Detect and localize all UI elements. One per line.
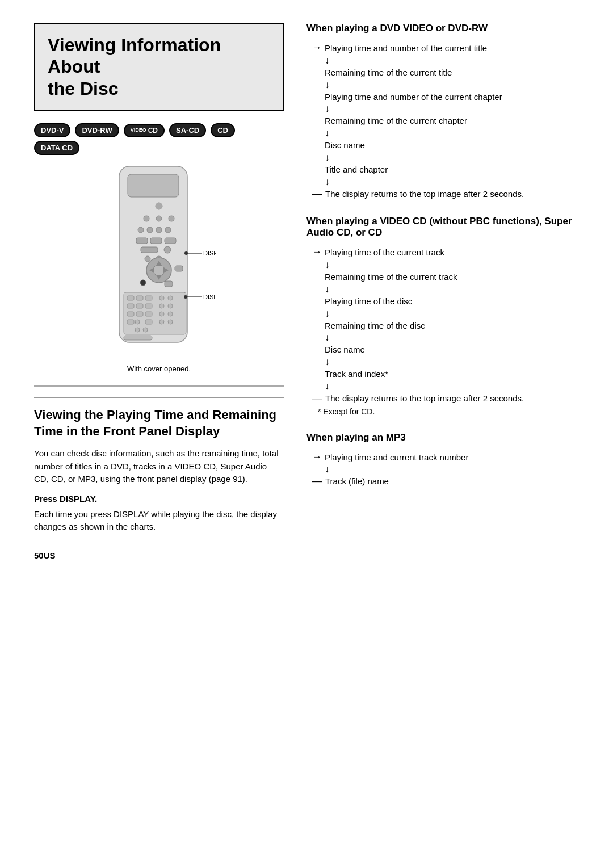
vc-flow-label-4: Remaining time of the disc (325, 320, 425, 332)
flow-label-5: Disc name (325, 139, 365, 152)
svg-point-18 (153, 265, 165, 276)
flow-row-6: → Title and chapter (312, 163, 579, 176)
svg-point-40 (159, 312, 164, 316)
vc-flow-label-3: Playing time of the disc (325, 295, 412, 308)
badge-dvdv: DVD-V (34, 123, 70, 137)
svg-rect-39 (145, 312, 152, 316)
title-box: Viewing Information About the Disc (34, 23, 284, 111)
arrow-down-2: ↓ (312, 80, 579, 90)
svg-rect-1 (128, 174, 179, 197)
svg-point-6 (138, 227, 144, 233)
video-cd-section: When playing a VIDEO CD (without PBC fun… (306, 216, 579, 416)
vc-flow-label-6: Track and index* (325, 368, 388, 380)
mp3-dash-icon: — (312, 476, 322, 487)
svg-point-15 (145, 256, 150, 262)
vc-dash-icon: — (312, 393, 322, 404)
badge-sacd: SA-CD (169, 123, 206, 137)
svg-rect-38 (136, 312, 143, 316)
arrow-down-6: ↓ (312, 177, 579, 187)
svg-point-41 (168, 312, 173, 316)
vc-flow-row-6: → Track and index* (312, 368, 579, 380)
svg-rect-33 (136, 304, 143, 308)
section2-title: Viewing the Playing Time and Remaining T… (34, 397, 284, 439)
disc-badges-2: DATA CD (34, 141, 284, 155)
svg-point-3 (144, 216, 149, 221)
badge-cd: CD (211, 123, 235, 137)
svg-point-45 (159, 320, 164, 324)
svg-rect-49 (124, 336, 152, 340)
page-layout: Viewing Information About the Disc DVD-V… (34, 23, 579, 560)
vc-flow-row-4: → Remaining time of the disc (312, 320, 579, 332)
dash-icon-1: — (312, 188, 322, 200)
vc-flow-label-1: Playing time of the current track (325, 246, 444, 259)
flow-label-6: Title and chapter (325, 163, 388, 176)
svg-point-36 (168, 304, 173, 308)
vc-flow-row-2: → Remaining time of the current track (312, 271, 579, 283)
video-cd-flow-chart: → Playing time of the current track ↓ → … (312, 246, 579, 416)
vc-flow-row-1: → Playing time of the current track (312, 246, 579, 259)
badge-datacd: DATA CD (34, 141, 79, 155)
flow-label-3: Playing time and number of the current c… (325, 91, 502, 103)
dvd-section-title: When playing a DVD VIDEO or DVD-RW (306, 23, 579, 34)
remote-area: DISPLAY DISPLAY (34, 165, 284, 360)
flow-row-4: → Remaining time of the current chapter (312, 115, 579, 127)
flow-footer-1: — The display returns to the top image a… (312, 188, 579, 200)
mp3-flow-footer: — Track (file) name (312, 475, 579, 488)
svg-text:DISPLAY: DISPLAY (203, 293, 216, 300)
svg-point-4 (156, 216, 162, 221)
svg-point-9 (165, 227, 171, 233)
arrow-down-4: ↓ (312, 128, 579, 138)
svg-rect-10 (136, 238, 148, 244)
vc-arrow-down-4: ↓ (312, 333, 579, 342)
vc-arrow-right-icon-1: → (312, 246, 325, 258)
mp3-flow-footer-label: Track (file) name (325, 475, 389, 488)
flow-label-2: Remaining time of the current title (325, 66, 452, 79)
svg-rect-37 (127, 312, 134, 316)
mp3-section: When playing an MP3 → Playing time and c… (306, 432, 579, 488)
flow-row-1: → Playing time and number of the current… (312, 42, 579, 54)
vc-arrow-down-2: ↓ (312, 284, 579, 294)
disc-badges: DVD-V DVD-RW VIDEOCD SA-CD CD (34, 123, 284, 137)
svg-point-7 (147, 227, 153, 233)
mp3-flow-chart: → Playing time and current track number … (312, 451, 579, 488)
mp3-flow-label-1: Playing time and current track number (325, 451, 468, 464)
svg-point-47 (135, 328, 140, 332)
mp3-section-title: When playing an MP3 (306, 432, 579, 443)
vc-flow-label-2: Remaining time of the current track (325, 271, 457, 283)
svg-point-54 (184, 251, 188, 255)
press-display-desc: Each time you press DISPLAY while playin… (34, 508, 284, 534)
vc-flow-footer-label: The display returns to the top image aft… (325, 392, 524, 405)
svg-point-31 (168, 296, 173, 300)
arrow-down-1: ↓ (312, 56, 579, 65)
svg-point-55 (184, 295, 187, 299)
svg-text:DISPLAY: DISPLAY (203, 250, 216, 257)
svg-rect-29 (145, 296, 152, 300)
section-divider (34, 385, 284, 387)
vc-flow-row-3: → Playing time of the disc (312, 295, 579, 308)
svg-rect-44 (145, 320, 152, 324)
right-column: When playing a DVD VIDEO or DVD-RW → Pla… (306, 23, 579, 560)
svg-point-24 (140, 280, 146, 286)
svg-rect-11 (150, 238, 162, 244)
arrow-down-3: ↓ (312, 104, 579, 114)
page-number: 50US (34, 551, 284, 560)
press-display-label: Press DISPLAY. (34, 494, 284, 504)
vc-arrow-down-6: ↓ (312, 381, 579, 391)
vc-arrow-down-1: ↓ (312, 260, 579, 270)
svg-point-8 (156, 227, 162, 233)
flow-label-4: Remaining time of the current chapter (325, 115, 467, 127)
svg-point-48 (143, 328, 148, 332)
left-column: Viewing Information About the Disc DVD-V… (34, 23, 284, 560)
svg-rect-13 (141, 247, 158, 253)
badge-videocd: VIDEOCD (124, 124, 165, 137)
dvd-flow-chart: → Playing time and number of the current… (312, 42, 579, 200)
svg-point-43 (135, 320, 140, 324)
svg-point-46 (168, 320, 173, 324)
svg-point-14 (164, 246, 171, 253)
flow-label-1: Playing time and number of the current t… (325, 42, 487, 54)
svg-rect-32 (127, 304, 134, 308)
vc-footnote: * Except for CD. (318, 407, 579, 416)
vc-flow-row-5: → Disc name (312, 343, 579, 356)
svg-point-2 (156, 203, 162, 209)
svg-rect-42 (127, 320, 134, 324)
